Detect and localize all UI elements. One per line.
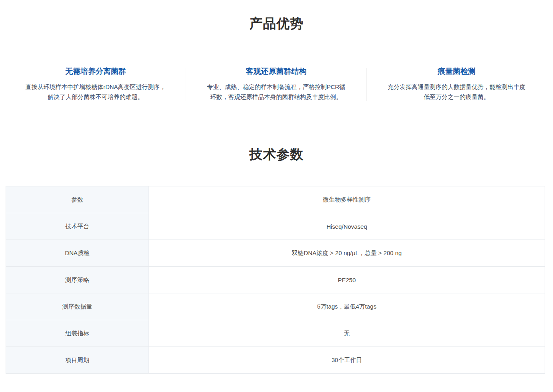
spec-value: Hiseq/Novaseq xyxy=(149,213,545,240)
advantage-body: 充分发挥高通量测序的大数据量优势，能检测出丰度低至万分之一的痕量菌。 xyxy=(367,82,547,102)
advantage-card-trace-detection: 痕量菌检测 充分发挥高通量测序的大数据量优势，能检测出丰度低至万分之一的痕量菌。 xyxy=(367,66,547,102)
table-row: 技术平台 Hiseq/Novaseq xyxy=(6,213,545,240)
advantages-row: 无需培养分离菌群 直接从环境样本中扩增核糖体rDNA高变区进行测序，解决了大部分… xyxy=(6,66,547,102)
spec-value: 无 xyxy=(149,320,545,347)
product-page: 产品优势 无需培养分离菌群 直接从环境样本中扩增核糖体rDNA高变区进行测序，解… xyxy=(0,0,553,392)
table-row: 项目周期 30个工作日 xyxy=(6,347,545,374)
advantage-card-no-culture: 无需培养分离菌群 直接从环境样本中扩增核糖体rDNA高变区进行测序，解决了大部分… xyxy=(6,66,186,102)
advantage-heading: 无需培养分离菌群 xyxy=(6,66,186,77)
table-row: 测序策略 PE250 xyxy=(6,267,545,293)
spec-label: 项目周期 xyxy=(6,347,149,374)
spec-label: 测序数据量 xyxy=(6,293,149,320)
advantages-section-title: 产品优势 xyxy=(0,0,553,31)
spec-value: 5万tags，最低4万tags xyxy=(149,293,545,320)
specs-section-title: 技术参数 xyxy=(0,147,553,162)
advantage-heading: 痕量菌检测 xyxy=(367,66,547,77)
advantage-body: 专业、成熟、稳定的样本制备流程，严格控制PCR循环数，客观还原样品本身的菌群结构… xyxy=(186,82,366,102)
specs-table-body: 参数 微生物多样性测序 技术平台 Hiseq/Novaseq DNA质检 双链D… xyxy=(6,186,545,374)
table-row: 测序数据量 5万tags，最低4万tags xyxy=(6,293,545,320)
table-row: DNA质检 双链DNA浓度 > 20 ng/μL，总量 > 200 ng xyxy=(6,240,545,267)
spec-value: 双链DNA浓度 > 20 ng/μL，总量 > 200 ng xyxy=(149,240,545,267)
spec-label: 组装指标 xyxy=(6,320,149,347)
spec-label: 测序策略 xyxy=(6,267,149,293)
spec-label: 技术平台 xyxy=(6,213,149,240)
spec-value: 30个工作日 xyxy=(149,347,545,374)
table-row: 组装指标 无 xyxy=(6,320,545,347)
advantage-body: 直接从环境样本中扩增核糖体rDNA高变区进行测序，解决了大部分菌株不可培养的难题… xyxy=(6,82,186,102)
spec-value: PE250 xyxy=(149,267,545,293)
spec-label: 参数 xyxy=(6,186,149,213)
specs-table: 参数 微生物多样性测序 技术平台 Hiseq/Novaseq DNA质检 双链D… xyxy=(6,186,545,374)
advantage-heading: 客观还原菌群结构 xyxy=(186,66,366,77)
table-row: 参数 微生物多样性测序 xyxy=(6,186,545,213)
advantage-card-objective-structure: 客观还原菌群结构 专业、成熟、稳定的样本制备流程，严格控制PCR循环数，客观还原… xyxy=(186,66,366,102)
spec-label: DNA质检 xyxy=(6,240,149,267)
spec-value: 微生物多样性测序 xyxy=(149,186,545,213)
